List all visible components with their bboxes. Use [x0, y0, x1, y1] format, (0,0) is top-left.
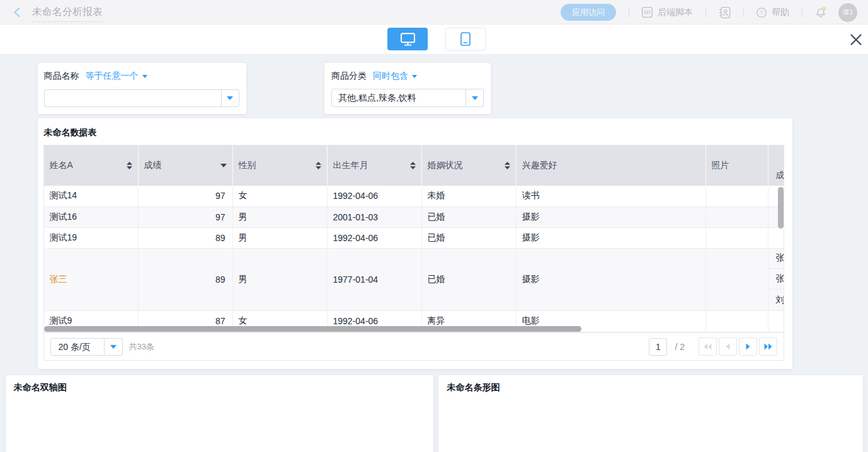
- table-header-row: 姓名A 成绩 性别 出生年月 婚姻状况: [44, 145, 784, 186]
- back-button[interactable]: [13, 7, 21, 18]
- monitor-icon: [401, 33, 415, 46]
- table-row[interactable]: 张三 89 男 1977-01-04 已婚 摄影 张 张 刘: [44, 249, 784, 311]
- app-access-label: 应用访问: [572, 7, 605, 18]
- filter-value-select[interactable]: 其他,糕点,辣条,饮料: [331, 89, 484, 107]
- cell-score: 97: [139, 186, 233, 206]
- divider: [629, 8, 629, 17]
- avatar[interactable]: 谭1: [838, 3, 857, 22]
- table-widget: 未命名数据表 姓名A 成绩 性别 出生年月: [38, 118, 792, 369]
- cell-photo: [706, 228, 768, 248]
- caret-down-icon: [110, 345, 117, 349]
- cell-hobby: 摄影: [517, 228, 706, 248]
- last-page-button[interactable]: [759, 337, 777, 356]
- notification-dot: [822, 7, 826, 11]
- caret-down-icon: [412, 75, 417, 78]
- code-icon: [642, 7, 653, 18]
- mobile-preview-button[interactable]: [445, 28, 486, 50]
- close-icon: [849, 33, 863, 47]
- cell-marital: 已婚: [422, 228, 517, 248]
- filter-operator-dropdown[interactable]: 等于任意一个: [86, 71, 147, 82]
- column-label: 成绩: [144, 160, 162, 171]
- cell-photo: [706, 249, 768, 310]
- filter-label: 商品名称: [44, 71, 79, 82]
- column-header-score[interactable]: 成绩: [139, 145, 233, 186]
- app-access-button[interactable]: 应用访问: [561, 4, 616, 21]
- notifications-button[interactable]: [815, 6, 826, 18]
- contacts-button[interactable]: [719, 7, 731, 18]
- report-title[interactable]: 未命名分析报表: [32, 6, 103, 22]
- subtable-cell: 张: [768, 249, 784, 269]
- page-number-input[interactable]: [649, 338, 667, 356]
- close-preview-button[interactable]: [849, 33, 863, 47]
- column-header-members[interactable]: 成员: [768, 145, 785, 186]
- column-label: 成员: [776, 170, 785, 181]
- chevron-right-icon: [746, 343, 750, 350]
- filter-operator-label: 等于任意一个: [86, 71, 139, 82]
- address-book-icon: [719, 7, 731, 18]
- column-header-birth[interactable]: 出生年月: [328, 145, 422, 186]
- page-size-value: 20 条/页: [51, 339, 104, 355]
- horizontal-scrollbar-thumb[interactable]: [44, 326, 581, 332]
- record-link[interactable]: 张三: [50, 274, 67, 285]
- desktop-preview-button[interactable]: [387, 28, 428, 50]
- column-header-marital[interactable]: 婚姻状况: [422, 145, 517, 186]
- select-caret-cell: [104, 339, 122, 355]
- cell-gender: 男: [233, 207, 328, 227]
- cell-hobby: 摄影: [517, 249, 706, 310]
- prev-page-button[interactable]: [719, 337, 737, 356]
- cell-score: 89: [139, 228, 233, 248]
- column-label: 性别: [239, 160, 256, 171]
- subtable-cell: 张: [768, 269, 784, 290]
- backend-script-button[interactable]: 后端脚本: [642, 7, 693, 18]
- vertical-scrollbar: [778, 187, 784, 229]
- divider: [743, 8, 744, 17]
- filter-label: 商品分类: [331, 71, 367, 82]
- cell-birth: 1977-01-04: [328, 249, 422, 310]
- cell-name: 测试19: [44, 228, 139, 248]
- column-header-name[interactable]: 姓名A: [44, 145, 139, 186]
- select-caret-cell: [221, 90, 239, 106]
- column-label: 照片: [712, 160, 729, 171]
- cell-name: 张三: [44, 249, 139, 310]
- divider: [802, 8, 802, 17]
- caret-down-icon: [472, 96, 478, 100]
- filter-value-select[interactable]: [44, 89, 239, 107]
- divider: [705, 8, 706, 17]
- sort-both-icon: [316, 162, 321, 169]
- sort-both-icon: [505, 162, 510, 169]
- preview-toolbar: [0, 25, 868, 55]
- chart-title: 未命名条形图: [447, 382, 500, 393]
- vertical-scrollbar-thumb[interactable]: [778, 187, 784, 229]
- cell-gender: 女: [233, 186, 328, 206]
- cell-birth: 1992-04-06: [328, 186, 422, 206]
- table-row[interactable]: 测试19 89 男 1992-04-06 已婚 摄影: [44, 228, 784, 249]
- chevron-left-icon: [726, 343, 730, 350]
- smartphone-icon: [460, 32, 471, 46]
- chevron-left-icon: [13, 7, 21, 18]
- table-row[interactable]: 测试14 97 女 1992-04-06 未婚 读书: [44, 186, 784, 207]
- column-header-photo[interactable]: 照片: [706, 145, 768, 186]
- data-table: 姓名A 成绩 性别 出生年月 婚姻状况: [43, 145, 785, 361]
- subtable-cell: 刘: [768, 290, 784, 310]
- sort-desc-icon: [220, 164, 227, 167]
- filter-operator-dropdown[interactable]: 同时包含: [373, 71, 417, 82]
- help-button[interactable]: ? 帮助: [757, 7, 789, 18]
- double-chevron-right-icon: [764, 343, 772, 350]
- cell-birth: 1992-04-06: [328, 228, 422, 248]
- cell-marital: 已婚: [422, 207, 517, 227]
- column-label: 婚姻状况: [428, 160, 463, 171]
- cell-score: 97: [139, 207, 233, 227]
- table-row[interactable]: 测试16 97 男 2001-01-03 已婚 摄影: [44, 207, 784, 228]
- column-header-hobby[interactable]: 兴趣爱好: [517, 145, 706, 186]
- cell-birth: 2001-01-03: [328, 207, 422, 227]
- double-chevron-left-icon: [704, 343, 712, 350]
- next-page-button[interactable]: [739, 337, 757, 356]
- page-size-select[interactable]: 20 条/页: [50, 338, 123, 356]
- chart-widget-bar: 未命名条形图: [438, 375, 862, 452]
- column-header-gender[interactable]: 性别: [233, 145, 328, 186]
- filter-widget-product-name: 商品名称 等于任意一个: [38, 63, 247, 114]
- topbar: 未命名分析报表 应用访问 后端脚本: [0, 0, 868, 25]
- page-count: / 2: [675, 342, 685, 352]
- cell-members: [768, 228, 784, 248]
- first-page-button[interactable]: [699, 337, 717, 356]
